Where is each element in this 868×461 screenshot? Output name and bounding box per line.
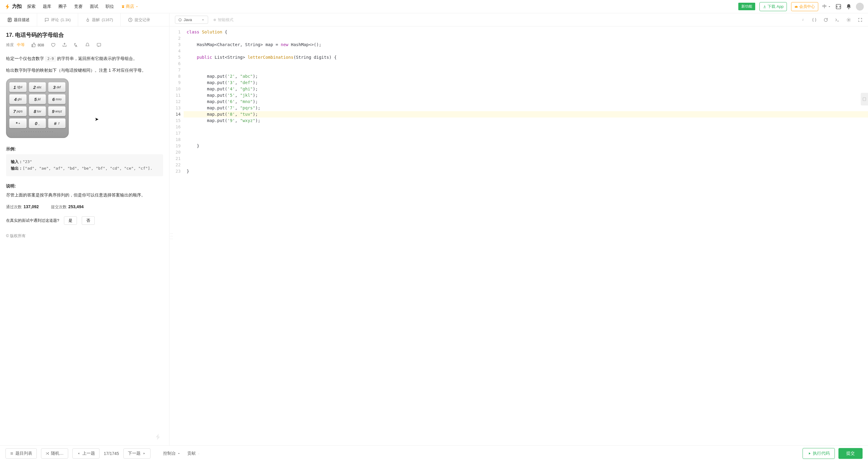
run-button[interactable]: 执行代码	[803, 448, 835, 459]
notes-rail[interactable]	[861, 93, 868, 105]
paragraph-1: 给定一个仅包含数字 2-9 的字符串，返回所有它能表示的字母组合。	[6, 55, 163, 62]
likes[interactable]: 808	[31, 42, 44, 47]
language-selector[interactable]: 中	[823, 4, 831, 9]
nav-problems[interactable]: 题库	[43, 4, 51, 9]
tab-description[interactable]: 题目描述	[0, 13, 37, 26]
paragraph-2: 给出数字到字母的映射如下（与电话按键相同）。注意 1 不对应任何字母。	[6, 67, 163, 74]
vip-button[interactable]: 会员中心	[791, 2, 818, 11]
feedback-icon[interactable]	[96, 42, 101, 47]
accepted-value: 137,092	[24, 204, 39, 209]
chevron-right-icon	[142, 452, 146, 455]
tab-solutions-count: (1167)	[102, 18, 113, 22]
cursor-icon: ➤	[95, 116, 99, 122]
logo-icon	[4, 3, 11, 10]
example-output-label: 输出：	[11, 166, 23, 170]
bell-icon[interactable]	[846, 4, 852, 10]
workspace: 题目描述 评论 (1.1k) 题解(1167) 提交记录 17. 电话号码的字母…	[0, 13, 868, 445]
fullscreen-icon[interactable]	[858, 18, 863, 22]
random-button[interactable]: 随机…	[41, 448, 68, 459]
terminal-icon[interactable]	[835, 18, 840, 22]
no-button[interactable]: 否	[82, 216, 95, 225]
nav-links: 探索 题库 圈子 竞赛 面试 职位 商店	[27, 4, 139, 9]
note-body: 尽管上面的答案是按字典序排列的，但是你可以任意选择答案输出的顺序。	[6, 191, 163, 199]
language-dropdown[interactable]: Java	[175, 16, 208, 24]
svg-text:i: i	[803, 18, 803, 22]
contribute-link[interactable]: 贡献 i	[187, 451, 200, 456]
tab-comments-count: (1.1k)	[61, 18, 70, 22]
nav-jobs[interactable]: 职位	[105, 4, 114, 9]
yes-button[interactable]: 是	[64, 216, 77, 225]
thumbs-up-icon	[31, 42, 36, 47]
heart-icon[interactable]	[51, 42, 56, 47]
nav-explore[interactable]: 探索	[27, 4, 36, 9]
nav-discuss[interactable]: 圈子	[59, 4, 67, 9]
top-nav: 力扣 探索 题库 圈子 竞赛 面试 职位 商店 新功能 下载 App 会员中心 …	[0, 0, 868, 13]
difficulty: 难度 中等	[6, 42, 25, 47]
problem-list-button[interactable]: 题目列表	[5, 448, 37, 459]
nav-interview[interactable]: 面试	[90, 4, 98, 9]
submit-button[interactable]: 提交	[838, 448, 863, 459]
run-label: 执行代码	[813, 451, 830, 456]
tab-comments[interactable]: 评论 (1.1k)	[37, 13, 78, 26]
code-lines[interactable]: class Solution { HashMap<Character, Stri…	[184, 27, 868, 445]
splitter-handle[interactable]: ⋮⋮⋮	[169, 232, 172, 240]
difficulty-label: 难度	[6, 42, 14, 47]
chevron-down-icon	[135, 5, 139, 8]
keypad-key: 8tuv	[29, 106, 46, 116]
comments-icon	[44, 18, 49, 22]
keypad-key: 1!@#	[9, 82, 27, 92]
bottom-mid: 控制台 贡献 i	[163, 451, 200, 456]
keypad-key: 6mno	[48, 94, 66, 104]
prev-button[interactable]: 上一题	[72, 448, 99, 459]
svg-rect-3	[97, 43, 101, 46]
prev-label: 上一题	[82, 451, 95, 456]
share-icon[interactable]	[62, 42, 67, 47]
next-button[interactable]: 下一题	[123, 448, 151, 459]
tab-solutions[interactable]: 题解(1167)	[78, 13, 121, 26]
example-box: 输入："23" 输出：["ad", "ae", "af", "bd", "be"…	[6, 154, 163, 176]
avatar[interactable]	[856, 3, 864, 10]
crown-icon	[795, 5, 798, 8]
watermark-icon	[154, 433, 162, 442]
translate-icon[interactable]	[73, 42, 79, 47]
vip-label: 会员中心	[799, 4, 815, 9]
editor-panel: Java 智能模式 i ⋮⋮⋮ 123456789101112131415161…	[169, 13, 868, 445]
download-app-button[interactable]: 下载 App	[760, 2, 787, 11]
likes-count: 808	[38, 43, 44, 47]
bottom-left: 题目列表 随机… 上一题 17/1745 下一题	[5, 448, 151, 459]
stats-row: 通过次数137,092 提交次数253,494	[6, 204, 163, 210]
problem-panel: 题目描述 评论 (1.1k) 题解(1167) 提交记录 17. 电话号码的字母…	[0, 13, 169, 445]
shop-icon	[121, 5, 125, 8]
keypad-key: 0_	[29, 118, 46, 128]
reset-icon[interactable]	[824, 18, 828, 22]
settings-icon[interactable]	[846, 18, 851, 22]
info-icon[interactable]: i	[801, 18, 805, 22]
svg-text:i: i	[198, 452, 199, 455]
phone-keypad: 1!@#2abc3def4ghi5jkl6mno7pqrs8tuv9wxyz*+…	[6, 78, 69, 138]
note-icon	[862, 97, 867, 101]
keypad-key: 2abc	[29, 82, 46, 92]
braces-icon[interactable]	[812, 18, 817, 22]
keypad-key: 7pqrs	[9, 106, 27, 116]
smart-mode-toggle[interactable]: 智能模式	[214, 17, 234, 23]
shuffle-icon	[45, 452, 49, 455]
problem-counter: 17/1745	[104, 451, 119, 456]
console-toggle[interactable]: 控制台	[163, 451, 181, 456]
interview-row: 在真实的面试中遇到过这道题? 是 否	[6, 216, 163, 225]
tab-submissions[interactable]: 提交记录	[121, 13, 157, 26]
list-icon	[10, 452, 13, 455]
playground-icon[interactable]	[835, 4, 841, 10]
solutions-icon	[85, 18, 90, 22]
code-editor[interactable]: ⋮⋮⋮ 123456789101112131415161718192021222…	[169, 27, 868, 445]
para1-code: 2-9	[45, 56, 56, 62]
editor-header: Java 智能模式 i	[169, 13, 868, 27]
bottom-right: 执行代码 提交	[803, 448, 863, 459]
contribute-label: 贡献	[187, 451, 196, 456]
nav-contest[interactable]: 竞赛	[74, 4, 83, 9]
notify-icon[interactable]	[85, 42, 90, 47]
tab-solutions-label: 题解	[92, 17, 100, 23]
logo[interactable]: 力扣	[4, 3, 22, 10]
new-feature-badge[interactable]: 新功能	[738, 3, 755, 10]
nav-shop[interactable]: 商店	[121, 4, 139, 9]
language-label: Java	[184, 18, 192, 22]
